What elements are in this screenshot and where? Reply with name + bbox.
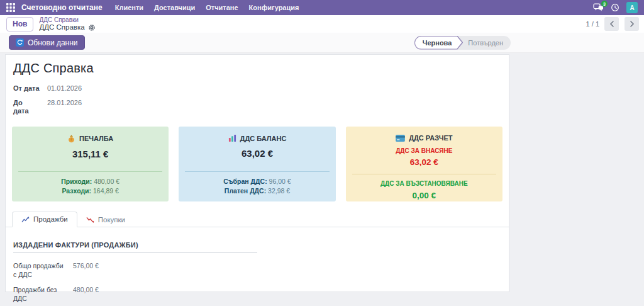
breadcrumb-current: ДДС Справка	[39, 23, 84, 31]
vat-due-value: 63,02 €	[410, 157, 438, 167]
top-navbar: Счетоводно отчитане Клиенти Доставчици О…	[0, 0, 644, 15]
vat-collected-label: Събран ДДС:	[223, 178, 267, 185]
expenses-label: Разходи:	[62, 187, 92, 195]
tab-sales[interactable]: Продажби	[12, 212, 77, 227]
table-row: Продажби без ДДС 480,00 €	[13, 285, 502, 303]
profit-card: ПЕЧАЛБА 315,11 € Приходи: 480,00 € Разхо…	[12, 127, 169, 201]
tab-purchases[interactable]: Покупки	[77, 213, 134, 227]
profit-card-value: 315,11 €	[72, 149, 109, 159]
form-sheet: ДДС Справка От дата 01.01.2026 До дата 2…	[5, 54, 509, 292]
refresh-data-button[interactable]: Обнови данни	[9, 35, 85, 50]
income-label: Приходи:	[61, 178, 92, 185]
expenses-value: 164,89 €	[93, 187, 119, 195]
total-sales-with-vat-label: Общо продажби с ДДС	[13, 261, 67, 279]
vat-refund-value: 0,00 €	[413, 191, 436, 200]
tab-sales-label: Продажби	[33, 215, 68, 223]
trend-down-icon	[86, 217, 94, 224]
vat-balance-card-title: ДДС БАЛАНС	[240, 135, 287, 142]
apps-grid-icon[interactable]	[6, 3, 15, 12]
status-stage-draft-label: Чернова	[415, 37, 462, 49]
credit-card-icon	[396, 135, 405, 142]
new-button[interactable]: Нов	[6, 17, 33, 31]
sales-invoices-section: ИЗДАДЕНИ ФАКТУРИ (ПРОДАЖБИ) Общо продажб…	[12, 241, 502, 306]
menu-item-clients[interactable]: Клиенти	[115, 4, 143, 11]
field-date-to-value[interactable]: 28.01.2026	[47, 99, 82, 107]
menu-item-configuration[interactable]: Конфигурация	[249, 4, 299, 11]
bar-chart-icon	[228, 134, 236, 142]
trend-up-icon	[21, 216, 30, 223]
main-menu: Клиенти Доставчици Отчитане Конфигурация	[115, 4, 299, 11]
status-stage-draft[interactable]: Чернова	[414, 36, 464, 50]
income-value: 480,00 €	[94, 178, 119, 185]
vat-paid-label: Платен ДДС:	[225, 187, 266, 195]
vat-collected-value: 96,00 €	[269, 178, 291, 185]
vat-balance-card-value: 63,02 €	[242, 148, 273, 159]
pager-next-button[interactable]	[625, 17, 639, 31]
vat-refund-label: ДДС ЗА ВЪЗСТАНОВЯВАНЕ	[380, 180, 468, 187]
profit-card-title: ПЕЧАЛБА	[79, 135, 113, 142]
field-date-from-value[interactable]: 01.01.2026	[47, 84, 82, 93]
tab-purchases-label: Покупки	[98, 216, 125, 224]
gear-icon[interactable]	[88, 24, 96, 31]
notebook-tabs: Продажби Покупки	[6, 212, 509, 227]
table-row: Общо продажби с ДДС 576,00 €	[13, 261, 502, 279]
refresh-button-label: Обнови данни	[28, 38, 78, 47]
divider	[185, 171, 329, 172]
vat-settlement-card-title: ДДС РАЗЧЕТ	[409, 134, 452, 142]
total-sales-with-vat-value: 576,00 €	[73, 261, 99, 279]
field-date-to: До дата 28.01.2026	[13, 99, 502, 115]
field-date-from: От дата 01.01.2026	[13, 84, 502, 93]
breadcrumb-parent-link[interactable]: ДДС Справки	[39, 16, 95, 23]
action-bar: Обнови данни Чернова Потвърден	[0, 33, 644, 53]
divider	[352, 174, 496, 174]
field-date-from-label: От дата	[13, 84, 40, 93]
summary-cards: ПЕЧАЛБА 315,11 € Приходи: 480,00 € Разхо…	[12, 127, 502, 201]
menu-item-reporting[interactable]: Отчитане	[206, 4, 238, 11]
status-stage-confirmed[interactable]: Потвърден	[463, 39, 511, 47]
breadcrumb: ДДС Справки ДДС Справка	[39, 16, 95, 31]
activities-clock-icon[interactable]	[611, 3, 619, 12]
pager-previous-button[interactable]	[604, 17, 619, 31]
vat-balance-card: ДДС БАЛАНС 63,02 € Събран ДДС: 96,00 € П…	[179, 127, 335, 201]
app-title[interactable]: Счетоводно отчитане	[21, 3, 103, 12]
vat-paid-value: 32,98 €	[268, 187, 290, 195]
menu-item-vendors[interactable]: Доставчици	[154, 4, 195, 11]
sales-without-vat-value: 480,00 €	[73, 285, 99, 303]
status-bar: Чернова Потвърден	[414, 36, 511, 50]
divider	[18, 171, 162, 172]
vat-settlement-card: ДДС РАЗЧЕТ ДДС ЗА ВНАСЯНЕ 63,02 € ДДС ЗА…	[346, 127, 502, 201]
control-panel: Нов ДДС Справки ДДС Справка 1 / 1	[0, 15, 644, 33]
field-date-to-label: До дата	[13, 99, 40, 115]
messages-icon[interactable]: 3	[593, 3, 604, 12]
pager-counter: 1 / 1	[586, 20, 599, 28]
vat-due-label: ДДС ЗА ВНАСЯНЕ	[396, 147, 452, 154]
sales-without-vat-label: Продажби без ДДС	[13, 285, 67, 303]
content-area: ДДС Справка От дата 01.01.2026 До дата 2…	[0, 54, 644, 306]
refresh-icon	[16, 38, 24, 47]
money-bag-icon	[67, 134, 75, 143]
page-title: ДДС Справка	[13, 61, 502, 76]
messages-badge: 3	[601, 1, 608, 7]
user-avatar[interactable]: A	[626, 2, 638, 13]
section-heading: ИЗДАДЕНИ ФАКТУРИ (ПРОДАЖБИ)	[13, 241, 257, 253]
